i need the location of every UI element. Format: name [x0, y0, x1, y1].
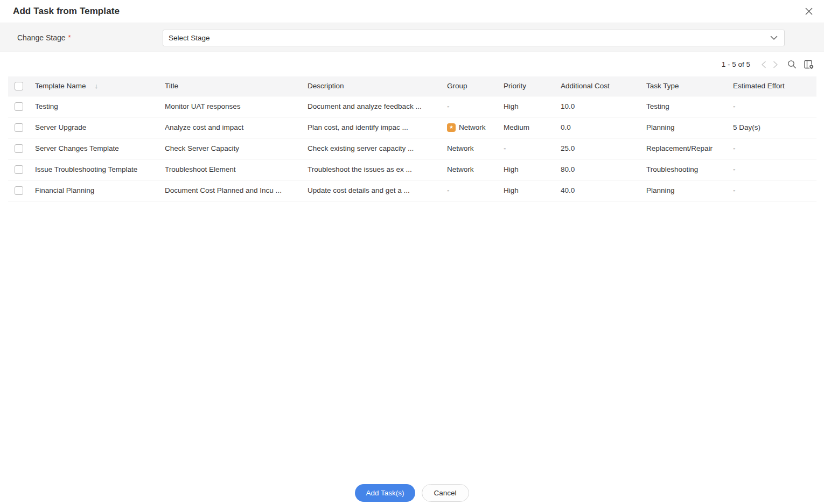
cell-estimated-effort: -: [733, 138, 816, 159]
table-row[interactable]: Server Changes Template Check Server Cap…: [8, 138, 816, 159]
change-stage-bar: Change Stage * Select Stage: [0, 23, 824, 52]
cell-title: Check Server Capacity: [165, 138, 308, 159]
group-label: -: [447, 102, 450, 110]
cell-description: Update cost details and get a ...: [308, 180, 447, 201]
cell-title: Monitor UAT responses: [165, 96, 308, 117]
cell-estimated-effort: -: [733, 159, 816, 180]
page-title: Add Task from Template: [13, 6, 120, 17]
chevron-left-icon: [761, 61, 766, 68]
select-all-checkbox[interactable]: [15, 82, 23, 90]
column-header-estimated-effort[interactable]: Estimated Effort: [733, 76, 816, 96]
chevron-down-icon: [770, 36, 778, 40]
table-row[interactable]: Testing Monitor UAT responses Document a…: [8, 96, 816, 117]
table-row[interactable]: Issue Troubleshooting Template Troublesh…: [8, 159, 816, 180]
row-checkbox[interactable]: [15, 144, 23, 153]
close-button[interactable]: [801, 4, 816, 19]
pagination-info: 1 - 5 of 5: [722, 60, 750, 68]
cell-title: Document Cost Planned and Incu ...: [165, 180, 308, 201]
cell-group: ★ -: [447, 96, 504, 117]
table-header-row: Template Name↓ Title Description Group P…: [8, 76, 816, 96]
column-settings-icon: [804, 60, 814, 69]
cell-description: Document and analyze feedback ...: [308, 96, 447, 117]
group-label: Network: [447, 165, 474, 173]
search-icon: [787, 60, 797, 69]
add-tasks-button[interactable]: Add Task(s): [355, 484, 415, 502]
table-toolbar: 1 - 5 of 5: [0, 52, 824, 76]
cell-priority: High: [504, 180, 561, 201]
change-stage-label: Change Stage: [17, 33, 66, 42]
required-asterisk: *: [68, 33, 71, 41]
cell-estimated-effort: -: [733, 96, 816, 117]
column-header-template-name[interactable]: Template Name↓: [35, 76, 165, 96]
cell-title: Troubleshoot Element: [165, 159, 308, 180]
table-body: Testing Monitor UAT responses Document a…: [8, 96, 816, 201]
cell-priority: -: [504, 138, 561, 159]
table-row[interactable]: Server Upgrade Analyze cost and impact P…: [8, 117, 816, 138]
cell-template-name: Issue Troubleshooting Template: [35, 159, 165, 180]
cell-template-name: Financial Planning: [35, 180, 165, 201]
row-checkbox[interactable]: [15, 165, 23, 174]
row-checkbox[interactable]: [15, 186, 23, 195]
cell-description: Troubleshoot the issues as ex ...: [308, 159, 447, 180]
group-label: -: [447, 186, 450, 194]
close-icon: [805, 7, 813, 16]
cell-task-type: Testing: [646, 96, 733, 117]
cell-group: ★ Network: [447, 159, 504, 180]
cell-additional-cost: 40.0: [561, 180, 646, 201]
cell-template-name: Testing: [35, 96, 165, 117]
column-header-priority[interactable]: Priority: [504, 76, 561, 96]
next-page-button[interactable]: [770, 59, 781, 71]
group-label: Network: [447, 144, 474, 152]
cell-estimated-effort: -: [733, 180, 816, 201]
stage-select[interactable]: Select Stage: [163, 30, 785, 46]
group-badge-icon: ★: [447, 123, 456, 132]
column-header-group[interactable]: Group: [447, 76, 504, 96]
prev-page-button[interactable]: [758, 59, 770, 71]
cell-task-type: Planning: [646, 117, 733, 138]
cell-additional-cost: 0.0: [561, 117, 646, 138]
cell-title: Analyze cost and impact: [165, 117, 308, 138]
cell-estimated-effort: 5 Day(s): [733, 117, 816, 138]
column-header-title[interactable]: Title: [165, 76, 308, 96]
column-header-task-type[interactable]: Task Type: [646, 76, 733, 96]
cell-description: Plan cost, and identify impac ...: [308, 117, 447, 138]
cell-task-type: Planning: [646, 180, 733, 201]
stage-select-value: Select Stage: [169, 34, 210, 42]
cell-group: ★ Network: [447, 138, 504, 159]
cell-additional-cost: 25.0: [561, 138, 646, 159]
template-table: Template Name↓ Title Description Group P…: [8, 76, 816, 201]
footer-actions: Add Task(s) Cancel: [0, 484, 824, 502]
cell-task-type: Replacement/Repair: [646, 138, 733, 159]
cell-template-name: Server Upgrade: [35, 117, 165, 138]
column-settings-button[interactable]: [802, 58, 816, 72]
cell-additional-cost: 80.0: [561, 159, 646, 180]
column-header-label: Template Name: [35, 82, 86, 90]
group-label: Network: [459, 123, 486, 131]
column-header-additional-cost[interactable]: Additional Cost: [561, 76, 646, 96]
chevron-right-icon: [773, 61, 778, 68]
cancel-button[interactable]: Cancel: [422, 484, 469, 502]
search-button[interactable]: [785, 58, 799, 72]
row-checkbox[interactable]: [15, 123, 23, 132]
cell-group: ★ Network: [447, 117, 504, 138]
cell-additional-cost: 10.0: [561, 96, 646, 117]
table-row[interactable]: Financial Planning Document Cost Planned…: [8, 180, 816, 201]
cell-group: ★ -: [447, 180, 504, 201]
sort-descending-icon[interactable]: ↓: [95, 82, 99, 90]
cell-description: Check existing server capacity ...: [308, 138, 447, 159]
column-header-description[interactable]: Description: [308, 76, 447, 96]
modal-header: Add Task from Template: [0, 0, 824, 23]
cell-task-type: Troubleshooting: [646, 159, 733, 180]
row-checkbox[interactable]: [15, 102, 23, 111]
cell-priority: Medium: [504, 117, 561, 138]
cell-template-name: Server Changes Template: [35, 138, 165, 159]
cell-priority: High: [504, 159, 561, 180]
cell-priority: High: [504, 96, 561, 117]
